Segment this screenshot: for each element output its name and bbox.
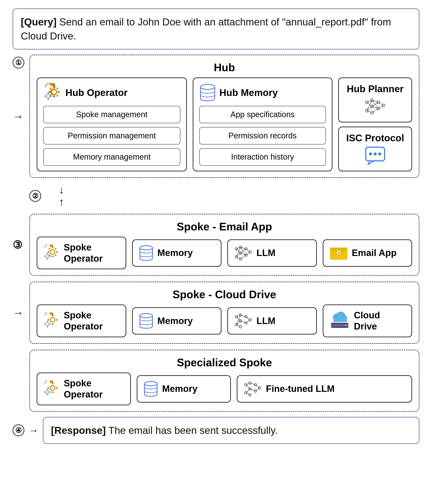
svg-point-85 — [46, 322, 49, 326]
svg-rect-48 — [54, 254, 57, 256]
svg-line-99 — [246, 320, 250, 323]
svg-point-114 — [345, 324, 347, 326]
spoke-cloud-title: Spoke - Cloud Drive — [37, 288, 412, 301]
app-spec-item: App specifications — [199, 106, 326, 123]
spoke-cloud-section: → Spoke - Cloud Drive — [29, 282, 419, 344]
gear-icon-spoke-cloud — [43, 313, 60, 329]
spoke-email-box: Spoke - Email App — [29, 214, 419, 276]
spoke-cloud-llm: LLM — [227, 307, 317, 334]
svg-point-38 — [369, 153, 372, 155]
svg-rect-119 — [48, 387, 49, 389]
svg-rect-51 — [47, 253, 48, 254]
specialized-spoke-section: Specialized Spoke — [29, 350, 419, 412]
svg-rect-87 — [47, 326, 48, 327]
specialized-spoke-operator-label: Spoke Operator — [64, 378, 124, 400]
neural-network-icon-email-llm — [234, 245, 253, 261]
spoke-email-memory: Memory — [132, 239, 222, 267]
svg-point-1 — [52, 90, 57, 94]
svg-line-127 — [246, 385, 250, 389]
hub-memory-label: Hub Memory — [219, 87, 278, 98]
specialized-spoke-memory-label: Memory — [162, 383, 198, 394]
hub-planner-box: Hub Planner — [338, 78, 412, 122]
double-arrow: ↓ ↑ — [59, 184, 64, 208]
spoke-cloud-operator-label: Spoke Operator — [64, 310, 120, 332]
svg-rect-122 — [47, 394, 48, 396]
svg-rect-121 — [47, 389, 48, 390]
svg-point-80 — [50, 317, 55, 322]
svg-line-128 — [246, 389, 250, 393]
svg-point-10 — [46, 94, 50, 98]
spoke-cloud-memory: Memory — [132, 307, 222, 334]
svg-point-41 — [50, 250, 55, 254]
svg-rect-7 — [49, 87, 52, 90]
memory-management-item: Memory management — [43, 148, 180, 166]
neural-network-icon-cloud-llm — [234, 313, 253, 329]
svg-rect-86 — [47, 321, 48, 322]
circle-4: ④ — [13, 424, 24, 436]
svg-rect-3 — [53, 96, 55, 98]
svg-rect-42 — [52, 247, 53, 248]
database-icon-hub — [199, 83, 216, 102]
svg-point-40 — [378, 153, 381, 155]
spoke-cloud-app-label: Cloud Drive — [354, 310, 406, 332]
neural-network-icon-planner — [364, 97, 387, 116]
response-text: The email has been sent successfully. — [106, 425, 278, 436]
svg-point-50 — [46, 254, 49, 258]
svg-line-65 — [241, 255, 246, 259]
svg-line-27 — [378, 105, 384, 108]
response-label: [Response] — [51, 425, 106, 436]
hub-planner-label: Hub Planner — [347, 83, 404, 94]
hub-spoke-connector: ② ↓ ↑ — [29, 184, 419, 208]
svg-rect-53 — [50, 256, 51, 257]
spoke-cloud-memory-label: Memory — [157, 315, 193, 326]
svg-rect-46 — [55, 248, 57, 250]
response-arrow-right: → — [28, 425, 39, 436]
spoke-email-app: @ Email App — [323, 239, 412, 267]
svg-rect-13 — [51, 96, 52, 97]
svg-line-67 — [246, 252, 250, 255]
svg-rect-11 — [48, 92, 49, 94]
gear-icon-spoke-email — [43, 245, 60, 261]
specialized-spoke-inner: Spoke Operator Memory — [37, 373, 412, 405]
spoke-cloud-llm-label: LLM — [257, 315, 275, 326]
svg-rect-12 — [48, 99, 49, 100]
svg-line-19 — [367, 107, 372, 111]
spoke-cloud-inner: Spoke Operator Memory — [37, 305, 412, 337]
interaction-history-item: Interaction history — [199, 148, 326, 166]
svg-line-98 — [246, 317, 250, 320]
database-icon-email-memory — [139, 245, 154, 261]
hub-right-column: Hub Planner — [338, 78, 412, 171]
svg-rect-47 — [48, 248, 51, 250]
svg-rect-6 — [56, 87, 59, 90]
svg-rect-14 — [44, 96, 46, 97]
svg-point-120 — [46, 390, 49, 394]
gear-icon — [43, 83, 62, 102]
spoke-email-llm: LLM — [227, 239, 317, 267]
spoke-cloud-operator: Spoke Operator — [37, 305, 126, 337]
hub-isc-box: ISC Protocol — [338, 127, 412, 171]
spoke-email-llm-label: LLM — [257, 247, 275, 259]
svg-rect-52 — [47, 259, 48, 260]
svg-rect-44 — [56, 251, 58, 253]
circle-2: ② — [29, 190, 41, 202]
specialized-spoke-llm-label: Fine-tuned LLM — [266, 383, 335, 394]
specialized-spoke-title: Specialized Spoke — [37, 356, 412, 369]
hub-inner: Hub Operator Spoke management Permission… — [37, 78, 412, 171]
svg-rect-124 — [44, 391, 45, 393]
query-label: [Query] — [21, 16, 57, 27]
specialized-spoke-memory: Memory — [137, 375, 231, 403]
svg-point-115 — [50, 386, 55, 390]
specialized-spoke-operator: Spoke Operator — [37, 373, 131, 405]
hub-operator-title-row: Hub Operator — [43, 83, 180, 102]
spoke-cloud-app: Cloud Drive — [323, 305, 412, 337]
spoke-email-app-label: Email App — [352, 247, 397, 259]
diagram-area: ① → Hub — [13, 54, 419, 412]
svg-line-25 — [372, 108, 378, 113]
spoke-email-memory-label: Memory — [157, 247, 193, 259]
database-icon-cloud-memory — [139, 313, 154, 329]
query-box: [Query] Send an email to John Doe with a… — [13, 9, 419, 50]
svg-line-132 — [255, 385, 260, 388]
svg-text:@: @ — [337, 251, 340, 254]
svg-rect-123 — [50, 391, 51, 393]
hub-operator-box: Hub Operator Spoke management Permission… — [37, 78, 187, 171]
